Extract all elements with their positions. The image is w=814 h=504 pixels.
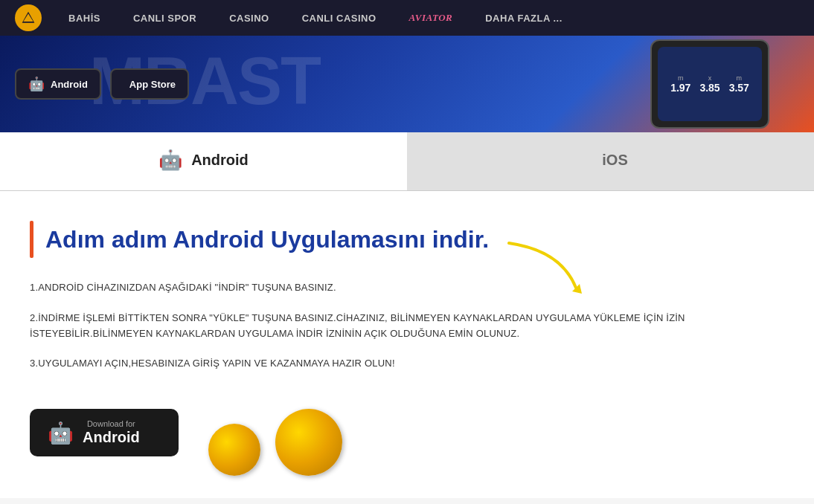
tab-row: 🤖 Android iOS bbox=[0, 132, 814, 191]
download-section: 🤖 Download for Android bbox=[30, 401, 784, 476]
nav-item-canli-casino[interactable]: CANLI CASINO bbox=[289, 13, 390, 24]
section-heading: Adım adım Android Uygulamasını indir. bbox=[30, 221, 784, 258]
phone-screen: m 1.97 x 3.85 m 3.57 bbox=[658, 47, 762, 121]
ios-tab-label: iOS bbox=[602, 152, 627, 169]
phone-value-1: m 1.97 bbox=[670, 74, 690, 94]
step-3: 3.UYGULAMAYI AÇIN,HESABINIZA GİRİŞ YAPIN… bbox=[30, 356, 784, 372]
android-store-icon: 🤖 bbox=[28, 76, 45, 92]
android-store-button[interactable]: 🤖 Android bbox=[15, 68, 101, 100]
appstore-label: App Store bbox=[129, 79, 176, 90]
android-tab-icon: 🤖 bbox=[158, 149, 182, 172]
main-content: 🤖 Android iOS Adım adım Android Uygulama… bbox=[0, 132, 814, 504]
logo[interactable] bbox=[15, 4, 42, 31]
phone-value-3: m 3.57 bbox=[729, 74, 749, 94]
android-store-label: Android bbox=[51, 79, 88, 90]
appstore-button[interactable]: App Store bbox=[110, 68, 189, 100]
phone-value-2: x 3.85 bbox=[699, 74, 720, 94]
svg-marker-1 bbox=[23, 13, 33, 22]
coin-1 bbox=[208, 424, 260, 476]
tab-android[interactable]: 🤖 Android bbox=[0, 132, 407, 190]
coins-area bbox=[208, 409, 342, 476]
nav-item-canli-spor[interactable]: CANLI SPOR bbox=[120, 13, 210, 24]
nav-item-casino[interactable]: CASINO bbox=[216, 13, 283, 24]
download-android-button[interactable]: 🤖 Download for Android bbox=[30, 409, 179, 456]
android-tab-label: Android bbox=[191, 152, 249, 169]
download-btn-text: Download for Android bbox=[83, 419, 140, 446]
download-btn-large-text: Android bbox=[83, 428, 140, 446]
tab-ios[interactable]: iOS bbox=[407, 132, 814, 190]
nav-item-daha-fazla[interactable]: DAHA FAZLA ... bbox=[472, 13, 576, 24]
nav-item-bahis[interactable]: BAHİS bbox=[55, 13, 114, 24]
content-section: Adım adım Android Uygulamasını indir. 1.… bbox=[0, 191, 814, 498]
hero-banner: MBAST 🤖 Android App Store m 1.97 x 3.85 … bbox=[0, 36, 814, 132]
steps-list: 1.ANDROİD CİHAZINIZDAN AŞAĞIDAKİ "İNDİR"… bbox=[30, 280, 784, 372]
page-title: Adım adım Android Uygulamasını indir. bbox=[45, 226, 489, 253]
heading-bar bbox=[30, 221, 33, 258]
store-buttons: 🤖 Android App Store bbox=[15, 68, 189, 100]
phone-mockup: m 1.97 x 3.85 m 3.57 bbox=[650, 39, 769, 129]
step-1: 1.ANDROİD CİHAZINIZDAN AŞAĞIDAKİ "İNDİR"… bbox=[30, 280, 784, 296]
yellow-arrow-decoration bbox=[501, 236, 591, 295]
step-2: 2.İNDİRME İŞLEMİ BİTTİKTEN SONRA "YÜKLE"… bbox=[30, 311, 784, 342]
download-btn-small-text: Download for bbox=[83, 419, 140, 428]
navbar: BAHİS CANLI SPOR CASINO CANLI CASINO Avi… bbox=[0, 0, 814, 36]
download-android-icon: 🤖 bbox=[48, 421, 74, 445]
coin-2 bbox=[275, 409, 342, 476]
nav-item-aviator[interactable]: Aviator bbox=[396, 12, 467, 24]
